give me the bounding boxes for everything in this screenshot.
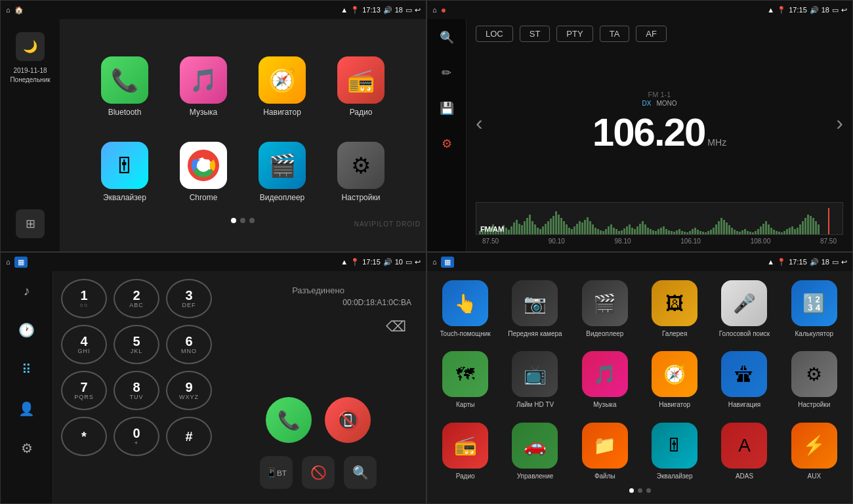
drawer-app-laym[interactable]: 📺Лайм HD TV: [503, 348, 566, 413]
dot-3[interactable]: [249, 218, 255, 223]
app-icon-equalizer[interactable]: 🎚Эквалайзер: [89, 133, 161, 211]
accept-call-btn[interactable]: 📞: [266, 397, 312, 443]
search-phone-btn[interactable]: 🔍: [344, 456, 377, 489]
house-icon2[interactable]: 🏠: [14, 6, 24, 14]
drawer-app-music2[interactable]: 🎵Музыка: [573, 348, 636, 413]
drawer-app-touch-assist[interactable]: 👆Touch-помощник: [434, 278, 497, 342]
drawer-app-settings2[interactable]: ⚙Настройки: [783, 348, 846, 413]
drawer-app-control[interactable]: 🚗Управление: [503, 420, 566, 484]
drawer-app-eq2[interactable]: 🎚Эквалайзер: [643, 420, 706, 484]
key-0[interactable]: 0+: [114, 417, 159, 456]
loc-q4: 📍: [777, 258, 786, 266]
app-icon-settings[interactable]: ⚙Настройки: [325, 133, 397, 211]
freq-prev[interactable]: ‹: [476, 111, 483, 135]
key-6[interactable]: 6MNO: [166, 325, 212, 364]
decline-call-btn[interactable]: 📵: [325, 397, 371, 443]
drawer-app-radio2[interactable]: 📻Радио: [434, 420, 497, 484]
contacts-icon[interactable]: 👤: [14, 396, 40, 422]
tuner-bar-segment: [552, 216, 554, 234]
tuner-bar-segment: [581, 222, 583, 234]
drawer-app-calc[interactable]: 🔢Калькулятор: [783, 278, 846, 342]
app-icon-radio[interactable]: 📻Радио: [325, 47, 397, 126]
back-q4[interactable]: ↩: [841, 258, 847, 266]
key-9[interactable]: 9WXYZ: [166, 371, 212, 410]
home-icon-q4[interactable]: ⌂: [432, 258, 437, 266]
drawer-app-video[interactable]: 🎬Видеоплеер: [573, 278, 636, 342]
night-mode-btn[interactable]: 🌙: [16, 32, 45, 61]
radio-btn-loc[interactable]: LOC: [476, 26, 513, 42]
q4-dot-1[interactable]: [629, 488, 634, 493]
drawer-app-gallery[interactable]: 🖼Галерея: [643, 278, 706, 342]
tuner-bar-segment: [626, 226, 628, 234]
screen-q3: ▭: [406, 258, 412, 266]
home-icon[interactable]: ⌂: [6, 6, 10, 14]
app-icon-music[interactable]: 🎵Музыка: [167, 47, 239, 126]
key-2[interactable]: 2ABC: [114, 279, 159, 318]
recent-calls-icon[interactable]: 🕐: [14, 317, 40, 343]
radio-btn-ta[interactable]: TA: [600, 26, 630, 42]
tuner-bar-segment: [802, 221, 804, 234]
drawer-app-voice[interactable]: 🎤Голосовой поиск: [713, 278, 776, 342]
search-icon[interactable]: 🔍: [435, 26, 459, 49]
key-*[interactable]: *: [61, 417, 107, 456]
drawer-app-adas[interactable]: AADAS: [713, 420, 776, 484]
key-8[interactable]: 8TUV: [114, 371, 159, 410]
app-icon-videoplayer[interactable]: 🎬Видеоплеер: [246, 133, 318, 211]
tuner-bar-segment: [613, 228, 615, 234]
tuner-bar-segment: [663, 226, 665, 234]
radio-btn-st[interactable]: ST: [520, 26, 551, 42]
key-5[interactable]: 5JKL: [114, 325, 159, 364]
tuner-bar-segment: [655, 231, 657, 234]
dot-2[interactable]: [240, 218, 245, 223]
signal-q3: ▲: [341, 258, 348, 266]
branding: NAVIPILOT DROID: [354, 220, 421, 228]
drawer-app-front-cam[interactable]: 📷Передняя камера: [503, 278, 566, 342]
bluetooth-phone-btn[interactable]: 📱BT: [260, 456, 293, 489]
back-icon[interactable]: ↩: [415, 6, 421, 14]
grid-btn[interactable]: ⊞: [16, 209, 45, 238]
tuner-bar-segment: [686, 232, 688, 234]
music-sidebar-icon[interactable]: ♪: [14, 278, 40, 304]
dialpad-icon[interactable]: ⠿: [14, 356, 40, 383]
tuner-bar: FM/AM: [476, 202, 843, 235]
tuner-scale-label: 98.10: [615, 238, 631, 245]
app-icon-chrome[interactable]: Chrome: [167, 133, 239, 211]
tag-dx: DX: [642, 100, 651, 107]
extra-phone-buttons: 📱BT 🚫 🔍: [225, 456, 411, 489]
drawer-app-files[interactable]: 📁Файлы: [573, 420, 636, 484]
noentry-btn[interactable]: 🚫: [302, 456, 335, 489]
settings-sidebar-icon[interactable]: ⚙: [14, 435, 40, 461]
key-4[interactable]: 4GHI: [61, 325, 107, 364]
key-3[interactable]: 3DEF: [166, 279, 212, 318]
key-7[interactable]: 7PQRS: [61, 371, 107, 410]
backspace-btn[interactable]: ⌫: [386, 318, 406, 335]
back-q3[interactable]: ↩: [415, 258, 421, 266]
page-dots-q4: [434, 484, 846, 497]
back-q2[interactable]: ↩: [841, 6, 847, 14]
edit-icon[interactable]: ✏: [435, 61, 459, 85]
drawer-app-navigation[interactable]: 🛣Навигация: [713, 348, 776, 413]
home-icon-q2[interactable]: ⌂: [432, 6, 437, 14]
radio-btn-pty[interactable]: PTY: [556, 26, 593, 42]
dot-1[interactable]: [231, 218, 236, 223]
freq-next[interactable]: ›: [836, 111, 843, 135]
tuner-bar-segment: [597, 229, 599, 234]
app-icon-bluetooth[interactable]: 📞Bluetooth: [89, 47, 161, 126]
active-icon-q4: ▦: [441, 257, 454, 268]
app-icon-navigator[interactable]: 🧭Навигатор: [246, 47, 318, 126]
radio-btn-af[interactable]: AF: [636, 26, 667, 42]
tuner-bar-segment: [697, 230, 699, 234]
freq-station-label: FM 1-1: [593, 91, 726, 98]
drawer-app-aux[interactable]: ⚡AUX: [783, 420, 846, 484]
q4-dot-2[interactable]: [638, 488, 642, 493]
tuner-bar-segment: [537, 228, 539, 234]
key-#[interactable]: #: [166, 417, 212, 456]
save-icon[interactable]: 💾: [435, 96, 459, 120]
q4-dot-3[interactable]: [646, 488, 651, 493]
tuner-scale-label: 87.50: [820, 238, 837, 245]
settings-icon-radio[interactable]: ⚙: [435, 132, 459, 156]
drawer-app-nav[interactable]: 🧭Навигатор: [643, 348, 706, 413]
home-icon-q3[interactable]: ⌂: [6, 258, 10, 266]
key-1[interactable]: 1○○: [61, 279, 107, 318]
drawer-app-maps[interactable]: 🗺Карты: [434, 348, 497, 413]
